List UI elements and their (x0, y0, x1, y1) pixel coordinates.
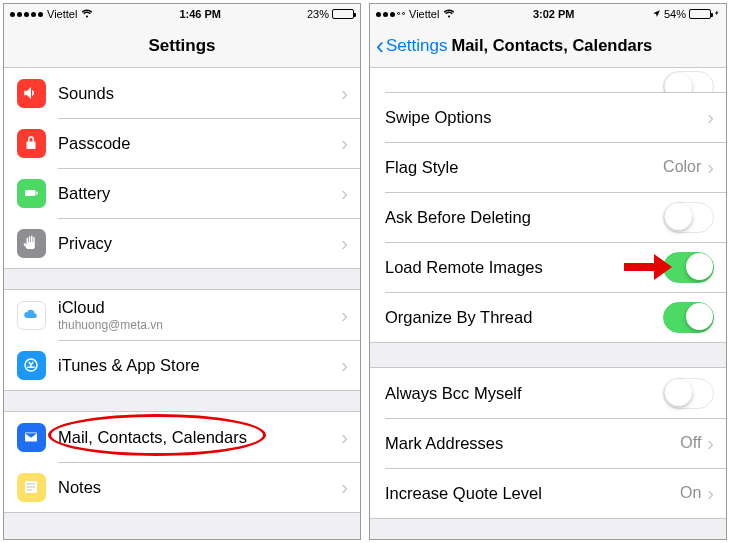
settings-row-battery[interactable]: Battery › (4, 168, 360, 218)
chevron-right-icon: › (707, 433, 714, 453)
row-label: Increase Quote Level (370, 484, 680, 503)
chevron-right-icon: › (341, 83, 348, 103)
chevron-right-icon: › (707, 107, 714, 127)
toggle-switch[interactable] (663, 71, 714, 92)
mail-icon (17, 423, 46, 452)
hand-icon (17, 229, 46, 258)
row-detail: Off (680, 434, 701, 452)
chevron-right-icon: › (341, 427, 348, 447)
chevron-right-icon: › (341, 305, 348, 325)
battery-icon (332, 9, 354, 19)
signal-dots-icon (10, 12, 43, 17)
settings-row-flag-style[interactable]: Flag Style Color › (370, 142, 726, 192)
back-label: Settings (386, 36, 447, 56)
settings-row-mail[interactable]: Mail, Contacts, Calendars › (4, 412, 360, 462)
status-bar: Viettel 1:46 PM 23% (4, 4, 360, 24)
settings-row-organize-by-thread[interactable]: Organize By Thread (370, 292, 726, 342)
clock-label: 1:46 PM (93, 8, 307, 20)
row-label: Sounds (58, 84, 341, 103)
settings-row-ask-before-deleting[interactable]: Ask Before Deleting (370, 192, 726, 242)
settings-row-icloud[interactable]: iCloud thuhuong@meta.vn › (4, 290, 360, 340)
row-label: iCloud (58, 298, 341, 317)
row-label: Always Bcc Myself (370, 384, 663, 403)
battery-icon (689, 9, 711, 19)
chevron-left-icon: ‹ (376, 34, 384, 58)
battery-icon (17, 179, 46, 208)
back-button[interactable]: ‹ Settings (370, 34, 447, 58)
sounds-icon (17, 79, 46, 108)
settings-row-load-remote-images[interactable]: Load Remote Images (370, 242, 726, 292)
navbar: ‹ Settings Mail, Contacts, Calendars (370, 24, 726, 68)
row-label: Load Remote Images (370, 258, 663, 277)
chevron-right-icon: › (341, 183, 348, 203)
appstore-icon (17, 351, 46, 380)
cloud-icon (17, 301, 46, 330)
toggle-switch[interactable] (663, 202, 714, 233)
chevron-right-icon: › (341, 233, 348, 253)
settings-row-itunes[interactable]: iTunes & App Store › (4, 340, 360, 390)
wifi-icon (443, 9, 455, 20)
row-label: Organize By Thread (370, 308, 663, 327)
charging-icon (714, 8, 720, 20)
mail-settings-list[interactable]: Swipe Options › Flag Style Color › Ask B… (370, 68, 726, 519)
carrier-label: Viettel (47, 8, 77, 20)
navbar: Settings (4, 24, 360, 68)
page-title: Mail, Contacts, Calendars (451, 36, 726, 55)
battery-percent-label: 23% (307, 8, 329, 20)
location-icon (652, 8, 661, 20)
row-label: Notes (58, 478, 341, 497)
settings-row-privacy[interactable]: Privacy › (4, 218, 360, 268)
chevron-right-icon: › (341, 133, 348, 153)
wifi-icon (81, 9, 93, 20)
page-title: Settings (4, 36, 360, 56)
notes-icon (17, 473, 46, 502)
chevron-right-icon: › (341, 477, 348, 497)
row-detail: Color (663, 158, 701, 176)
phone-right: Viettel 3:02 PM 54% ‹ Settings (369, 3, 727, 540)
row-label: iTunes & App Store (58, 356, 341, 375)
settings-row-partial[interactable] (370, 68, 726, 92)
row-detail: On (680, 484, 701, 502)
row-label: Ask Before Deleting (370, 208, 663, 227)
battery-percent-label: 54% (664, 8, 686, 20)
chevron-right-icon: › (707, 157, 714, 177)
row-label: Battery (58, 184, 341, 203)
chevron-right-icon: › (341, 355, 348, 375)
settings-row-swipe-options[interactable]: Swipe Options › (370, 92, 726, 142)
row-label: Swipe Options (370, 108, 707, 127)
clock-label: 3:02 PM (455, 8, 652, 20)
settings-row-notes[interactable]: Notes › (4, 462, 360, 512)
settings-row-increase-quote[interactable]: Increase Quote Level On › (370, 468, 726, 518)
carrier-label: Viettel (409, 8, 439, 20)
toggle-switch[interactable] (663, 252, 714, 283)
toggle-switch[interactable] (663, 302, 714, 333)
settings-row-sounds[interactable]: Sounds › (4, 68, 360, 118)
signal-dots-icon (376, 12, 405, 17)
settings-row-always-bcc[interactable]: Always Bcc Myself (370, 368, 726, 418)
row-sublabel: thuhuong@meta.vn (58, 318, 341, 332)
svg-rect-0 (25, 190, 36, 196)
row-label: Privacy (58, 234, 341, 253)
row-label: Mark Addresses (370, 434, 680, 453)
lock-icon (17, 129, 46, 158)
settings-row-passcode[interactable]: Passcode › (4, 118, 360, 168)
chevron-right-icon: › (707, 483, 714, 503)
row-label: Flag Style (370, 158, 663, 177)
svg-rect-1 (36, 192, 38, 195)
settings-row-mark-addresses[interactable]: Mark Addresses Off › (370, 418, 726, 468)
toggle-switch[interactable] (663, 378, 714, 409)
status-bar: Viettel 3:02 PM 54% (370, 4, 726, 24)
row-label: Passcode (58, 134, 341, 153)
settings-list[interactable]: Sounds › Passcode › Battery › (4, 68, 360, 513)
row-label: Mail, Contacts, Calendars (58, 428, 341, 447)
phone-left: Viettel 1:46 PM 23% Settings So (3, 3, 361, 540)
